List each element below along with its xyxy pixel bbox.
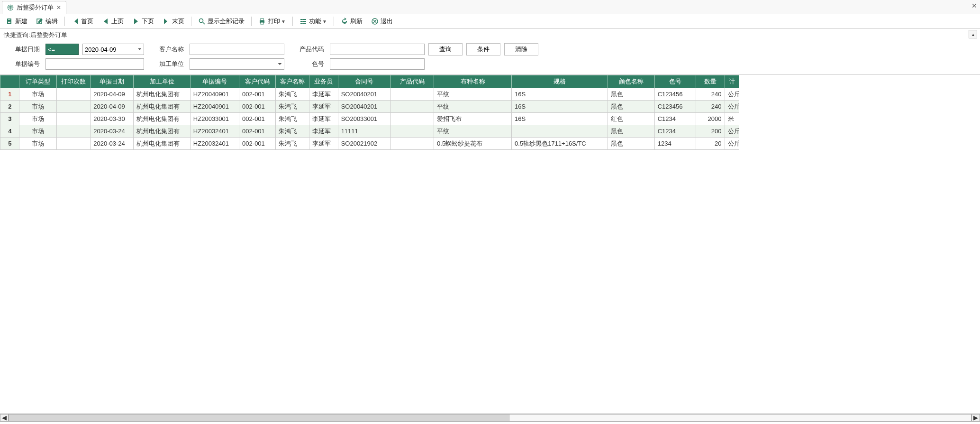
cell-unit[interactable]: 杭州电化集团有 — [134, 88, 190, 101]
cell-contract[interactable]: SO20021902 — [338, 138, 390, 150]
tab-active[interactable]: 后整委外订单 ✕ — [2, 1, 66, 14]
cell-docno[interactable]: HZ20040901 — [190, 88, 239, 101]
cell-fabric[interactable]: 爱招飞布 — [434, 113, 512, 125]
exit-button[interactable]: 退出 — [368, 16, 396, 27]
row-number[interactable]: 3 — [0, 113, 19, 125]
cell-docno[interactable]: HZ20032401 — [190, 138, 239, 150]
cell-contract[interactable]: SO20040201 — [338, 101, 390, 113]
cell-custcode[interactable]: 002-001 — [239, 125, 276, 138]
cell-prodcode[interactable] — [390, 113, 434, 125]
last-page-button[interactable]: 末页 — [160, 16, 187, 27]
cell-fabric[interactable]: 平纹 — [434, 125, 512, 138]
cell-custcode[interactable]: 002-001 — [239, 88, 276, 101]
next-page-button[interactable]: 下页 — [129, 16, 157, 27]
column-header[interactable]: 加工单位 — [134, 75, 190, 88]
cell-custname[interactable]: 朱鸿飞 — [276, 113, 309, 125]
cell-colorno[interactable]: C123456 — [654, 101, 696, 113]
cell-sales[interactable]: 李延军 — [309, 101, 338, 113]
refresh-button[interactable]: 刷新 — [338, 16, 365, 27]
cell-unit[interactable]: 杭州电化集团有 — [134, 113, 190, 125]
column-header[interactable]: 产品代码 — [390, 75, 434, 88]
edit-button[interactable]: 编辑 — [33, 16, 61, 27]
cell-spec[interactable]: 16S — [512, 113, 608, 125]
cell-contract[interactable]: SO20040201 — [338, 88, 390, 101]
cell-qty[interactable]: 2000 — [696, 113, 725, 125]
table-row[interactable]: 5市场2020-03-24杭州电化集团有HZ20032401002-001朱鸿飞… — [0, 138, 739, 150]
collapse-icon[interactable]: ▴ — [969, 30, 977, 38]
cell-spec[interactable] — [512, 125, 608, 138]
clear-button[interactable]: 清除 — [504, 43, 538, 55]
cell-qty[interactable]: 240 — [696, 88, 725, 101]
cell-prodcode[interactable] — [390, 101, 434, 113]
cell-order_type[interactable]: 市场 — [19, 88, 57, 101]
column-header[interactable]: 布种名称 — [434, 75, 512, 88]
close-tab-icon[interactable]: ✕ — [56, 4, 61, 11]
cell-unitm[interactable]: 公斤 — [725, 101, 739, 113]
column-header[interactable]: 订单类型 — [19, 75, 57, 88]
cell-custcode[interactable]: 002-001 — [239, 101, 276, 113]
cell-contract[interactable]: SO20033001 — [338, 113, 390, 125]
cell-qty[interactable]: 20 — [696, 138, 725, 150]
cell-docno[interactable]: HZ20032401 — [190, 125, 239, 138]
cell-custname[interactable]: 朱鸿飞 — [276, 138, 309, 150]
cell-fabric[interactable]: 平纹 — [434, 88, 512, 101]
cell-colorno[interactable]: 1234 — [654, 138, 696, 150]
cell-order_type[interactable]: 市场 — [19, 138, 57, 150]
cell-custname[interactable]: 朱鸿飞 — [276, 125, 309, 138]
cell-spec[interactable]: 0.5轨纱黑色1711+16S/TC — [512, 138, 608, 150]
cell-qty[interactable]: 200 — [696, 125, 725, 138]
cell-custname[interactable]: 朱鸿飞 — [276, 101, 309, 113]
cell-spec[interactable]: 16S — [512, 88, 608, 101]
cell-order_type[interactable]: 市场 — [19, 125, 57, 138]
cell-date[interactable]: 2020-03-24 — [91, 125, 134, 138]
cell-fabric[interactable]: 平纹 — [434, 101, 512, 113]
column-header[interactable]: 单据日期 — [91, 75, 134, 88]
column-header[interactable]: 打印次数 — [57, 75, 91, 88]
column-header[interactable]: 客户代码 — [239, 75, 276, 88]
cell-print_cnt[interactable] — [57, 138, 91, 150]
cell-colorname[interactable]: 黑色 — [608, 125, 654, 138]
cell-unitm[interactable]: 公斤 — [725, 125, 739, 138]
cond-button[interactable]: 条件 — [466, 43, 500, 55]
column-header[interactable]: 业务员 — [309, 75, 338, 88]
query-button[interactable]: 查询 — [428, 43, 463, 55]
cell-sales[interactable]: 李延军 — [309, 113, 338, 125]
cell-fabric[interactable]: 0.5蜈蚣纱提花布 — [434, 138, 512, 150]
scroll-left-icon[interactable]: ◀ — [0, 414, 9, 422]
row-number[interactable]: 1 — [0, 88, 19, 101]
cell-custcode[interactable]: 002-001 — [239, 138, 276, 150]
column-header[interactable]: 单据编号 — [190, 75, 239, 88]
cell-unit[interactable]: 杭州电化集团有 — [134, 125, 190, 138]
cell-contract[interactable]: 11111 — [338, 125, 390, 138]
column-header[interactable]: 数量 — [696, 75, 725, 88]
cell-sales[interactable]: 李延军 — [309, 88, 338, 101]
cell-order_type[interactable]: 市场 — [19, 101, 57, 113]
table-row[interactable]: 3市场2020-03-30杭州电化集团有HZ20033001002-001朱鸿飞… — [0, 113, 739, 125]
scroll-track[interactable] — [9, 414, 971, 422]
date-select[interactable]: 2020-04-09 — [82, 44, 144, 55]
cell-colorname[interactable]: 黑色 — [608, 138, 654, 150]
customer-input[interactable] — [190, 44, 284, 55]
column-header[interactable]: 色号 — [654, 75, 696, 88]
scroll-right-icon[interactable]: ▶ — [971, 414, 980, 422]
cell-unit[interactable]: 杭州电化集团有 — [134, 101, 190, 113]
cell-custcode[interactable]: 002-001 — [239, 113, 276, 125]
show-all-button[interactable]: 显示全部记录 — [195, 16, 247, 27]
horizontal-scrollbar[interactable]: ◀ ▶ — [0, 413, 980, 422]
column-header[interactable]: 规格 — [512, 75, 608, 88]
row-number[interactable]: 4 — [0, 125, 19, 138]
cell-print_cnt[interactable] — [57, 101, 91, 113]
cell-print_cnt[interactable] — [57, 125, 91, 138]
column-header[interactable]: 计 — [725, 75, 739, 88]
cell-sales[interactable]: 李延军 — [309, 138, 338, 150]
procunit-select[interactable] — [190, 58, 284, 70]
cell-colorname[interactable]: 红色 — [608, 113, 654, 125]
column-header[interactable]: 客户名称 — [276, 75, 309, 88]
new-button[interactable]: 新建 — [3, 16, 30, 27]
cell-qty[interactable]: 240 — [696, 101, 725, 113]
cell-unitm[interactable]: 公斤 — [725, 88, 739, 101]
row-number[interactable]: 2 — [0, 101, 19, 113]
print-button[interactable]: 打印 ▼ — [255, 16, 289, 27]
cell-order_type[interactable]: 市场 — [19, 113, 57, 125]
scroll-thumb[interactable] — [9, 415, 509, 421]
